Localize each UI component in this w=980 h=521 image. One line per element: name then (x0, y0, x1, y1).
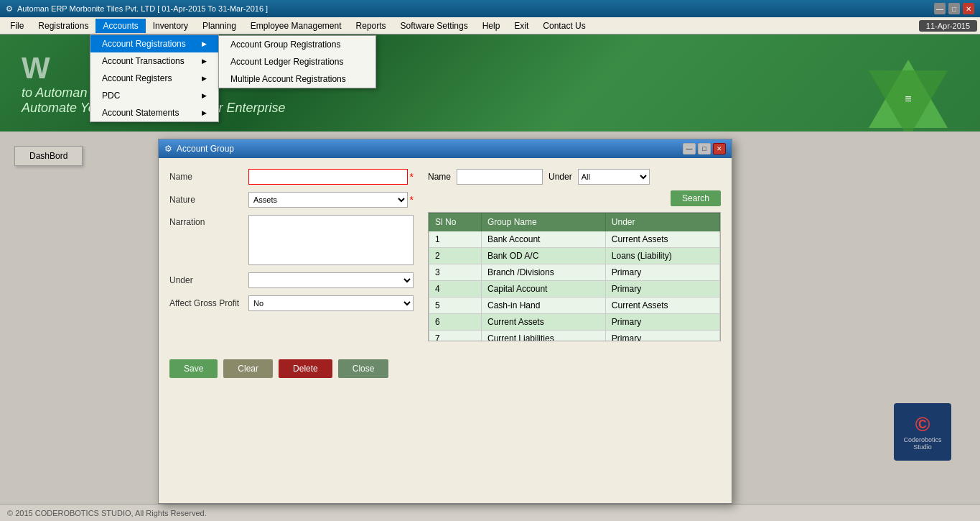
app-icon: ⚙ (6, 4, 13, 14)
cell-groupname: Cash-in Hand (482, 298, 606, 314)
maximize-button[interactable]: □ (948, 3, 960, 14)
cell-slno: 5 (429, 298, 482, 314)
search-name-label: Name (428, 172, 451, 182)
table-row[interactable]: 6 Current Assets Primary (429, 314, 720, 331)
menu-inventory[interactable]: Inventory (146, 19, 195, 33)
coderobotics-logo: © Coderobotics Studio (894, 403, 951, 461)
cell-slno: 1 (429, 231, 482, 248)
nature-label: Nature (169, 195, 248, 205)
menu-help[interactable]: Help (475, 19, 508, 33)
dropdown-item-account-transactions[interactable]: Account Transactions ▶ (90, 52, 218, 70)
modal-body: Name * Nature Assets Liabilities Income … (159, 158, 732, 352)
accounts-dropdown: Account Registrations ▶ Account Transact… (90, 34, 219, 122)
cell-under: Loans (Liability) (605, 248, 719, 264)
affect-select[interactable]: No Yes (248, 295, 414, 311)
dropdown-item-pdc[interactable]: PDC ▶ (90, 87, 218, 104)
cell-under: Primary (605, 314, 719, 331)
name-row: Name * (169, 169, 414, 185)
menu-reports[interactable]: Reports (349, 19, 393, 33)
menu-accounts[interactable]: Accounts (95, 19, 145, 33)
delete-button[interactable]: Delete (279, 359, 332, 378)
menu-exit[interactable]: Exit (507, 19, 536, 33)
account-group-table: Sl No Group Name Under 1 Bank Account Cu… (429, 213, 720, 341)
clear-button[interactable]: Clear (223, 359, 273, 378)
nature-select[interactable]: Assets Liabilities Income Expense (248, 192, 408, 208)
copyright-text: © 2015 CODEROBOTICS STUDIO, All Rights R… (7, 509, 207, 517)
cell-slno: 2 (429, 248, 482, 264)
table-row[interactable]: 5 Cash-in Hand Current Assets (429, 298, 720, 314)
cell-slno: 6 (429, 314, 482, 331)
save-button[interactable]: Save (169, 359, 218, 378)
left-form: Name * Nature Assets Liabilities Income … (169, 169, 414, 341)
right-panel: Name Under All Search Sl No (428, 169, 721, 341)
dashboard-button[interactable]: DashBord (14, 146, 83, 166)
cell-groupname: Capital Account (482, 281, 606, 298)
col-slno: Sl No (429, 213, 482, 231)
cell-groupname: Branch /Divisions (482, 264, 606, 281)
cell-under: Primary (605, 264, 719, 281)
table-row[interactable]: 2 Bank OD A/C Loans (Liability) (429, 248, 720, 264)
name-input[interactable] (248, 169, 408, 185)
modal-app-icon: ⚙ (164, 144, 172, 154)
submenu-arrow2: ▶ (202, 57, 207, 65)
title-bar: ⚙ Automan ERP Morbonite Tiles Pvt. LTD [… (0, 0, 980, 17)
menu-registrations[interactable]: Registrations (31, 19, 95, 33)
menu-planning[interactable]: Planning (195, 19, 243, 33)
modal-title: Account Group (177, 144, 234, 154)
search-under-select[interactable]: All (578, 169, 650, 185)
under-select[interactable] (248, 272, 414, 288)
account-group-modal: ⚙ Account Group — □ ✕ Name * (158, 139, 732, 504)
search-button[interactable]: Search (671, 190, 721, 206)
name-asterisk: * (410, 171, 414, 183)
dropdown-item-account-statements[interactable]: Account Statements ▶ (90, 104, 218, 121)
close-window-button[interactable]: ✕ (963, 3, 974, 14)
narration-label: Narration (169, 215, 248, 227)
data-table-wrapper: Sl No Group Name Under 1 Bank Account Cu… (428, 212, 721, 341)
submenu-item-multiple-account[interactable]: Multiple Account Registrations (219, 70, 375, 88)
minimize-button[interactable]: — (934, 3, 946, 14)
nature-row: Nature Assets Liabilities Income Expense… (169, 192, 414, 208)
hero-logo: ≡ (865, 56, 951, 132)
cell-groupname: Bank OD A/C (482, 248, 606, 264)
under-row: Under (169, 272, 414, 288)
bottom-right-logo: © Coderobotics Studio (894, 403, 951, 461)
menu-contact[interactable]: Contact Us (536, 19, 592, 33)
search-row: Name Under All (428, 169, 721, 185)
narration-input[interactable] (248, 215, 414, 265)
submenu-item-account-ledger[interactable]: Account Ledger Registrations (219, 53, 375, 70)
menu-software[interactable]: Software Settings (393, 19, 475, 33)
modal-footer: Save Clear Delete Close (159, 352, 732, 385)
cell-under: Current Assets (605, 298, 719, 314)
cell-under: Primary (605, 281, 719, 298)
affect-label: Affect Gross Profit (169, 298, 248, 308)
col-groupname: Group Name (482, 213, 606, 231)
modal-close-button[interactable]: ✕ (713, 143, 726, 155)
table-row[interactable]: 7 Current Liabilities Primary (429, 331, 720, 342)
search-under-label: Under (549, 172, 572, 182)
submenu-item-account-group-reg[interactable]: Account Group Registrations (219, 36, 375, 53)
affect-row: Affect Gross Profit No Yes (169, 295, 414, 311)
title-text: Automan ERP Morbonite Tiles Pvt. LTD [ 0… (17, 4, 268, 13)
dropdown-item-account-registers[interactable]: Account Registers ▶ (90, 70, 218, 87)
modal-maximize-button[interactable]: □ (698, 143, 711, 155)
cell-under: Current Assets (605, 231, 719, 248)
table-row[interactable]: 3 Branch /Divisions Primary (429, 264, 720, 281)
table-row[interactable]: 4 Capital Account Primary (429, 281, 720, 298)
cell-under: Primary (605, 331, 719, 342)
menu-employee[interactable]: Employee Management (243, 19, 349, 33)
name-label: Name (169, 172, 248, 182)
submenu-arrow: ▶ (202, 40, 207, 47)
svg-text:≡: ≡ (905, 93, 911, 105)
menu-file[interactable]: File (3, 19, 31, 33)
cell-slno: 4 (429, 281, 482, 298)
table-row[interactable]: 1 Bank Account Current Assets (429, 231, 720, 248)
dropdown-item-account-registrations[interactable]: Account Registrations ▶ (90, 35, 218, 52)
under-label: Under (169, 275, 248, 285)
nature-asterisk: * (410, 194, 414, 206)
submenu-arrow3: ▶ (202, 75, 207, 82)
search-name-input[interactable] (457, 169, 543, 185)
narration-row: Narration (169, 215, 414, 265)
modal-minimize-button[interactable]: — (683, 143, 696, 155)
close-button[interactable]: Close (338, 359, 389, 378)
date-badge: 11-Apr-2015 (919, 20, 977, 32)
